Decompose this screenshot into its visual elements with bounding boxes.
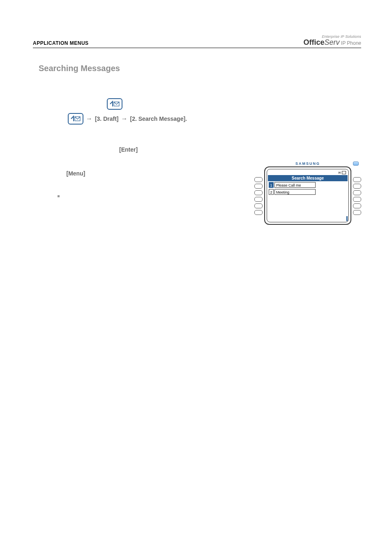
intro-text-hidden: This function allows you to search messa… <box>41 85 361 94</box>
list-text: Please Call me <box>274 182 316 188</box>
result-line-3: button to manage the <box>87 170 141 177</box>
logo-light-part: Serv <box>324 38 339 46</box>
result-line-4: message. <box>41 179 246 185</box>
logo-main: OfficeServ IP Phone <box>303 39 361 46</box>
logo-bold-part: Office <box>303 38 324 46</box>
list-text: Meeting <box>274 189 316 195</box>
bullet-icon <box>58 195 60 197</box>
nav-step-1: [3. Draft] <box>95 115 119 122</box>
enter-key-label: [Enter] <box>119 146 138 153</box>
header-section-label: APPLICATION MENUS <box>33 40 89 46</box>
enter-line-1: Enter the letters to search for the titl… <box>41 137 172 144</box>
brand-logo: Enterprise IP Solutions OfficeServ IP Ph… <box>303 35 361 46</box>
nav-step-2: [2. Search Message]. <box>130 115 187 122</box>
softkey-button[interactable] <box>353 184 361 189</box>
softkey-button[interactable] <box>353 190 361 195</box>
envelope-status-icon: ✉ <box>338 171 341 175</box>
bullet-text: Refer to 'Managing Send Messages' for de… <box>64 193 173 199</box>
bullet-item: Refer to 'Managing Send Messages' for de… <box>58 193 246 199</box>
result-list: 1 Please Call me 2 Meeting <box>268 181 348 197</box>
softkey-button[interactable] <box>353 210 361 215</box>
phone-illustration: SAMSUNG <box>254 162 361 225</box>
menu-key-label: [Menu] <box>66 170 85 177</box>
softkey-button[interactable] <box>254 203 263 208</box>
phone-brand: SAMSUNG <box>263 162 353 166</box>
nav-path: Select → [3. Draft] → [2. Search Message… <box>49 113 361 125</box>
softkey-button[interactable] <box>254 210 263 215</box>
list-number: 2 <box>269 189 274 195</box>
logo-tail-part: IP Phone <box>340 40 362 46</box>
arrow-icon: → <box>121 115 127 122</box>
screen-title: Search Message <box>268 175 348 181</box>
arrow-icon: → <box>86 115 92 122</box>
phone-screen: ✉ Search Message 1 Please Call me <box>267 169 349 222</box>
list-item[interactable]: 1 Please Call me <box>269 182 347 188</box>
softkey-button[interactable] <box>353 203 361 208</box>
page-header: APPLICATION MENUS Enterprise IP Solution… <box>33 35 361 48</box>
softkey-button[interactable] <box>254 190 263 195</box>
softkey-button[interactable] <box>254 177 263 182</box>
nav-prefix: Select <box>49 115 65 122</box>
softkey-button[interactable] <box>353 197 361 202</box>
result-line-2: press the <box>41 170 66 177</box>
scrollbar-thumb[interactable] <box>346 216 348 221</box>
status-bar: ✉ <box>268 170 348 175</box>
screen-frame: ✉ Search Message 1 Please Call me <box>264 166 351 225</box>
list-item[interactable]: 2 Meeting <box>269 189 347 195</box>
result-line-1: You can check the searched message and <box>41 162 246 168</box>
scrollbar[interactable] <box>346 192 348 221</box>
softkey-button[interactable] <box>353 177 361 182</box>
softkey-button[interactable] <box>254 184 263 189</box>
list-number: 1 <box>269 182 274 188</box>
message-key-icon <box>68 113 83 125</box>
softkey-button[interactable] <box>254 197 263 202</box>
enter-line-2: button. <box>138 146 157 153</box>
led-icon <box>353 162 359 166</box>
battery-status-icon <box>342 171 346 174</box>
section-title: Searching Messages <box>39 64 361 73</box>
right-softkeys <box>353 166 361 225</box>
left-softkeys <box>254 166 263 225</box>
message-key-icon <box>107 98 122 110</box>
